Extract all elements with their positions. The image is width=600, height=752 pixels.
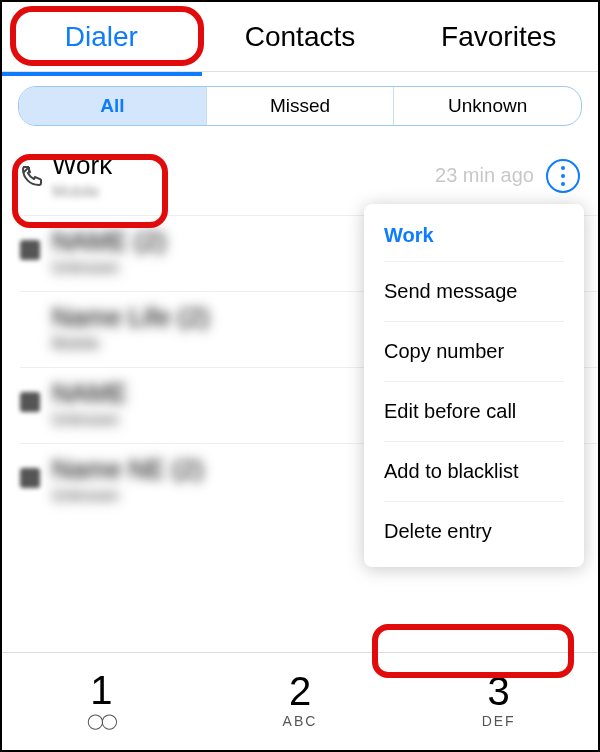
filter-all[interactable]: All — [19, 87, 207, 125]
dialpad-key-2[interactable]: 2 ABC — [201, 650, 400, 750]
menu-delete-entry[interactable]: Delete entry — [364, 502, 584, 561]
dialpad-key-1[interactable]: 1 ◯◯ — [2, 650, 201, 750]
dialpad: 1 ◯◯ 2 ABC 3 DEF — [2, 650, 598, 750]
key-sub: DEF — [482, 713, 516, 729]
call-sub: Mobile — [52, 183, 435, 201]
outgoing-call-icon — [20, 392, 44, 416]
top-tabs: Dialer Contacts Favorites — [2, 2, 598, 72]
svg-rect-1 — [20, 392, 40, 412]
tab-dialer[interactable]: Dialer — [2, 2, 201, 71]
voicemail-icon: ◯◯ — [87, 712, 115, 730]
active-tab-indicator — [2, 72, 202, 76]
tab-favorites[interactable]: Favorites — [399, 2, 598, 71]
menu-edit-before-call[interactable]: Edit before call — [364, 382, 584, 441]
outgoing-call-icon — [20, 468, 44, 492]
svg-rect-0 — [20, 240, 40, 260]
key-digit: 3 — [488, 671, 510, 711]
filter-missed[interactable]: Missed — [207, 87, 395, 125]
call-name: Work — [52, 150, 435, 181]
outgoing-call-icon — [20, 164, 44, 188]
call-info-button[interactable] — [546, 159, 580, 193]
key-sub: ABC — [283, 713, 318, 729]
tab-contacts[interactable]: Contacts — [201, 2, 400, 71]
context-menu: Work Send message Copy number Edit befor… — [364, 204, 584, 567]
context-menu-title: Work — [364, 210, 584, 261]
key-digit: 2 — [289, 671, 311, 711]
menu-copy-number[interactable]: Copy number — [364, 322, 584, 381]
svg-rect-2 — [20, 468, 40, 488]
key-digit: 1 — [90, 670, 112, 710]
outgoing-call-icon — [20, 240, 44, 264]
call-time: 23 min ago — [435, 164, 534, 187]
menu-send-message[interactable]: Send message — [364, 262, 584, 321]
menu-add-to-blacklist[interactable]: Add to blacklist — [364, 442, 584, 501]
dialpad-key-3[interactable]: 3 DEF — [399, 650, 598, 750]
filter-unknown[interactable]: Unknown — [394, 87, 581, 125]
filter-bar: All Missed Unknown — [2, 72, 598, 140]
